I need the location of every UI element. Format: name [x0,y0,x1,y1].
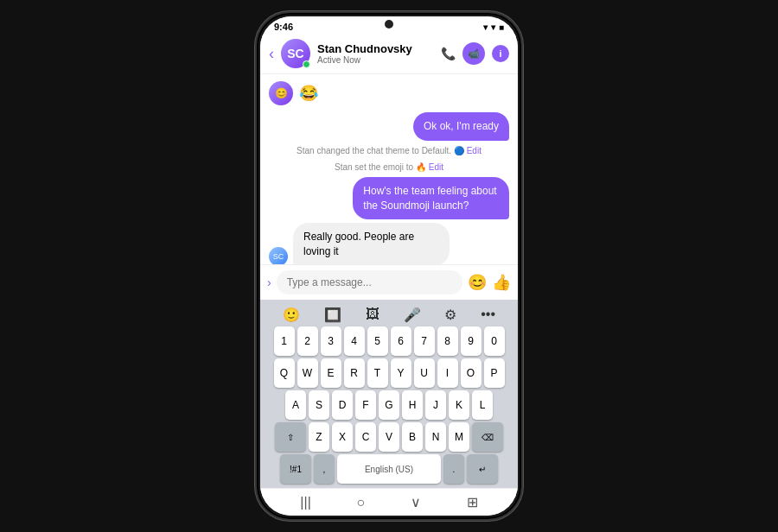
reaction-avatar-1: 😊 [269,81,293,105]
kb-key-q[interactable]: Q [274,358,295,388]
kb-key-5[interactable]: 5 [367,326,388,356]
kb-key-0[interactable]: 0 [484,326,505,356]
kb-key-i[interactable]: I [437,358,458,388]
kb-emoji-icon[interactable]: 🙂 [283,307,300,323]
nav-home[interactable]: ○ [357,495,366,510]
chat-area: 😊 😂 Ok ok, I'm ready Stan changed the ch… [260,74,518,264]
message-text-2: How's the team feeling about the Soundmo… [363,185,496,212]
kb-row-zxcv: ⇧ Z X C V B N M ⌫ [264,422,514,452]
message-row-1: Ok ok, I'm ready [269,112,509,141]
back-button[interactable]: ‹ [269,45,274,63]
incoming-avatar: SC [269,247,288,264]
kb-key-r[interactable]: R [344,358,365,388]
kb-enter-key[interactable]: ↵ [467,454,498,484]
header-actions: 📞 📹 i [441,42,509,65]
kb-period-key[interactable]: . [443,454,464,484]
message-row-3: SC Really good. People are loving it [269,223,509,264]
contact-name: Stan Chudnovsky [317,42,434,55]
kb-key-g[interactable]: G [379,390,399,420]
like-button[interactable]: 👍 [492,273,511,292]
message-input-row: › 😊 👍 [260,264,518,300]
kb-key-s[interactable]: S [309,390,329,420]
kb-key-m[interactable]: M [449,422,469,452]
kb-key-c[interactable]: C [355,422,376,452]
emoji-button[interactable]: 😊 [468,273,487,292]
kb-gif-icon[interactable]: 🖼 [366,307,379,323]
kb-key-a[interactable]: A [285,390,306,420]
system-msg-2: Stan set the emoji to 🔥 Edit [269,162,509,172]
system-msg-1: Stan changed the chat theme to Default. … [269,146,509,155]
kb-settings-icon[interactable]: ⚙ [444,307,456,323]
kb-shift-key[interactable]: ⇧ [275,422,306,452]
nav-recents[interactable]: ||| [300,495,310,510]
header-info: Stan Chudnovsky Active Now [317,42,434,65]
nav-bar: ||| ○ ∨ ⊞ [260,488,518,516]
kb-key-o[interactable]: O [461,358,481,388]
kb-key-p[interactable]: P [484,358,505,388]
kb-key-x[interactable]: X [332,422,353,452]
message-text-3: Really good. People are loving it [303,231,414,257]
message-text-1: Ok ok, I'm ready [424,120,499,132]
nav-back[interactable]: ∨ [411,494,421,510]
kb-key-b[interactable]: B [402,422,423,452]
phone-wrapper: 9:46 ▾ ▾ ■ ‹ SC Stan Chudnovsky Active N… [255,11,523,521]
kb-key-6[interactable]: 6 [391,326,411,356]
kb-key-e[interactable]: E [321,358,341,388]
video-call-button[interactable]: 📹 [462,42,485,65]
kb-key-k[interactable]: K [449,390,469,420]
kb-key-7[interactable]: 7 [414,326,435,356]
kb-number-row: 1 2 3 4 5 6 7 8 9 0 [264,326,514,356]
kb-key-8[interactable]: 8 [437,326,458,356]
kb-key-h[interactable]: H [402,390,423,420]
kb-key-u[interactable]: U [414,358,435,388]
contact-status: Active Now [317,55,434,65]
reaction-row: 😊 😂 [269,81,509,105]
kb-key-l[interactable]: L [472,390,493,420]
kb-key-2[interactable]: 2 [297,326,318,356]
kb-key-w[interactable]: W [297,358,318,388]
kb-key-z[interactable]: Z [309,422,329,452]
expand-icon[interactable]: › [267,276,271,289]
kb-toolbar: 🙂 🔲 🖼 🎤 ⚙ ••• [264,303,514,326]
kb-key-n[interactable]: N [425,422,446,452]
kb-key-9[interactable]: 9 [461,326,481,356]
kb-symbols-key[interactable]: !#1 [280,454,311,484]
kb-key-3[interactable]: 3 [321,326,341,356]
kb-key-1[interactable]: 1 [274,326,295,356]
status-time: 9:46 [274,22,293,32]
message-input[interactable] [277,270,462,294]
kb-mic-icon[interactable]: 🎤 [404,307,421,323]
kb-row-qwerty: Q W E R T Y U I O P [264,358,514,388]
reaction-emoji: 😂 [297,81,321,105]
edit-link-2[interactable]: Edit [429,162,443,172]
status-icons: ▾ ▾ ■ [483,22,504,32]
message-bubble-2: How's the team feeling about the Soundmo… [353,177,509,220]
kb-key-j[interactable]: J [425,390,446,420]
kb-sticker-icon[interactable]: 🔲 [324,307,341,323]
online-dot [303,60,310,68]
kb-row-asdf: A S D F G H J K L [264,390,514,420]
info-button[interactable]: i [492,45,509,62]
kb-key-4[interactable]: 4 [344,326,365,356]
chat-header: ‹ SC Stan Chudnovsky Active Now 📞 📹 i [260,34,518,74]
call-icon[interactable]: 📞 [441,47,456,60]
camera-notch [385,20,393,28]
kb-comma-key[interactable]: , [314,454,335,484]
kb-space-key[interactable]: English (US) [337,454,441,484]
message-bubble-3: Really good. People are loving it [293,223,450,264]
kb-key-d[interactable]: D [332,390,353,420]
kb-more-icon[interactable]: ••• [481,307,495,323]
kb-key-y[interactable]: Y [391,358,411,388]
keyboard: 🙂 🔲 🖼 🎤 ⚙ ••• 1 2 3 4 5 6 7 8 9 0 [260,300,518,488]
phone-screen: 9:46 ▾ ▾ ■ ‹ SC Stan Chudnovsky Active N… [260,16,518,516]
kb-backspace-key[interactable]: ⌫ [472,422,503,452]
edit-link-1[interactable]: Edit [467,146,481,155]
kb-key-f[interactable]: F [355,390,376,420]
kb-bottom-row: !#1 , English (US) . ↵ [264,454,514,484]
avatar-container: SC [281,39,310,68]
nav-app-switcher[interactable]: ⊞ [467,494,478,510]
kb-key-v[interactable]: V [379,422,399,452]
kb-key-t[interactable]: T [367,358,388,388]
message-row-2: How's the team feeling about the Soundmo… [269,177,509,220]
message-bubble-1: Ok ok, I'm ready [413,112,509,141]
